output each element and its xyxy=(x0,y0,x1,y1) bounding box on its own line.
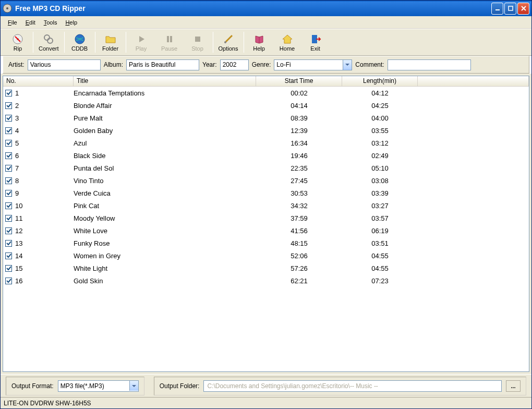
track-length: 04:55 xyxy=(342,264,418,272)
rip-button[interactable]: Rip xyxy=(4,30,32,54)
titlebar[interactable]: Free MP3 CD Ripper xyxy=(1,1,531,16)
album-input[interactable] xyxy=(126,59,199,70)
options-button[interactable]: Options xyxy=(214,30,243,54)
track-row[interactable]: 2Blonde Affair04:1404:25 xyxy=(3,99,529,112)
track-row[interactable]: 4Golden Baby12:3903:55 xyxy=(3,124,529,137)
comment-label: Comment: xyxy=(355,61,384,68)
track-length: 03:12 xyxy=(342,139,418,147)
track-checkbox[interactable] xyxy=(5,127,12,134)
track-title: Punta del Sol xyxy=(74,164,256,172)
track-checkbox[interactable] xyxy=(5,102,12,109)
chevron-down-icon xyxy=(343,60,352,70)
menu-file[interactable]: File xyxy=(4,18,21,27)
menu-help[interactable]: Help xyxy=(61,18,81,27)
play-button[interactable]: Play xyxy=(127,30,155,54)
track-checkbox[interactable] xyxy=(5,252,12,259)
stop-button[interactable]: Stop xyxy=(184,30,212,54)
track-title: Golden Baby xyxy=(74,127,256,135)
separator xyxy=(244,32,244,53)
track-row[interactable]: 13Funky Rose48:1503:51 xyxy=(3,237,529,249)
minimize-button[interactable] xyxy=(491,3,503,15)
track-title: Azul xyxy=(74,139,256,147)
track-title: Moody Yellow xyxy=(74,214,256,222)
track-checkbox[interactable] xyxy=(5,177,12,184)
exit-button[interactable]: Exit xyxy=(301,30,330,54)
track-row[interactable]: 16Gold Skin62:2107:23 xyxy=(3,274,529,287)
track-checkbox[interactable] xyxy=(5,215,12,222)
track-checkbox[interactable] xyxy=(5,190,12,197)
album-label: Album: xyxy=(104,61,123,68)
comment-input[interactable] xyxy=(388,59,471,70)
track-length: 03:39 xyxy=(342,189,418,197)
track-row[interactable]: 3Pure Malt08:3904:00 xyxy=(3,112,529,124)
genre-select[interactable]: Lo-Fi xyxy=(274,59,352,70)
toolbar: Rip Convert CDDB Folder Play Pause Stop … xyxy=(1,29,531,56)
track-rows[interactable]: 1Encarnada Temptations00:0204:122Blonde … xyxy=(3,87,529,371)
column-title[interactable]: Title xyxy=(74,76,256,86)
artist-input[interactable] xyxy=(28,59,101,70)
track-row[interactable]: 12White Love41:5606:19 xyxy=(3,224,529,237)
track-title: White Love xyxy=(74,227,256,235)
track-number: 2 xyxy=(15,102,19,110)
svg-point-7 xyxy=(47,38,53,43)
track-row[interactable]: 8Vino Tinto27:4503:08 xyxy=(3,174,529,187)
track-row[interactable]: 15White Light57:2604:55 xyxy=(3,262,529,274)
svg-rect-2 xyxy=(495,9,500,10)
track-number: 10 xyxy=(15,202,22,210)
track-length: 03:55 xyxy=(342,127,418,135)
track-row[interactable]: 11Moody Yellow37:5903:57 xyxy=(3,212,529,224)
track-checkbox[interactable] xyxy=(5,227,12,234)
track-row[interactable]: 14Women in Grey52:0604:55 xyxy=(3,249,529,262)
track-number: 13 xyxy=(15,239,22,247)
home-button[interactable]: Home xyxy=(273,30,301,54)
app-icon xyxy=(3,4,12,13)
track-row[interactable]: 10Pink Cat34:3203:27 xyxy=(3,199,529,212)
track-checkbox[interactable] xyxy=(5,90,12,97)
maximize-button[interactable] xyxy=(504,3,516,15)
track-checkbox[interactable] xyxy=(5,278,12,284)
status-text: LITE-ON DVDRW SHW-16H5S xyxy=(4,400,91,407)
track-row[interactable]: 7Punta del Sol22:3505:10 xyxy=(3,162,529,174)
track-checkbox[interactable] xyxy=(5,152,12,159)
cddb-button[interactable]: CDDB xyxy=(66,30,94,54)
close-button[interactable] xyxy=(517,3,529,15)
track-length: 03:57 xyxy=(342,214,418,222)
svg-point-1 xyxy=(6,7,8,9)
help-button[interactable]: Help xyxy=(245,30,273,54)
output-format-select[interactable]: MP3 file(*.MP3) xyxy=(58,380,139,392)
column-length[interactable]: Length(min) xyxy=(342,76,418,86)
year-input[interactable] xyxy=(220,59,249,70)
output-folder-input[interactable] xyxy=(203,380,502,392)
globe-icon xyxy=(74,33,86,45)
browse-button[interactable]: ... xyxy=(506,380,521,392)
book-icon xyxy=(253,33,265,45)
pause-button[interactable]: Pause xyxy=(155,30,184,54)
status-bar: LITE-ON DVDRW SHW-16H5S xyxy=(1,397,531,408)
track-checkbox[interactable] xyxy=(5,165,12,172)
track-checkbox[interactable] xyxy=(5,115,12,122)
track-row[interactable]: 1Encarnada Temptations00:0204:12 xyxy=(3,87,529,99)
home-icon xyxy=(282,33,293,45)
menu-edit[interactable]: Edit xyxy=(21,18,40,27)
track-start: 16:34 xyxy=(256,139,342,147)
column-start[interactable]: Start Time xyxy=(256,76,342,86)
track-checkbox[interactable] xyxy=(5,202,12,209)
track-title: Gold Skin xyxy=(74,277,256,285)
column-no[interactable]: No. xyxy=(3,76,74,86)
track-checkbox[interactable] xyxy=(5,265,12,272)
track-length: 06:19 xyxy=(342,227,418,235)
folder-button[interactable]: Folder xyxy=(96,30,125,54)
track-checkbox[interactable] xyxy=(5,240,12,247)
track-length: 03:27 xyxy=(342,202,418,210)
track-row[interactable]: 9Verde Cuica30:5303:39 xyxy=(3,187,529,199)
track-checkbox[interactable] xyxy=(5,140,12,147)
track-number: 16 xyxy=(15,277,22,285)
convert-button[interactable]: Convert xyxy=(34,30,63,54)
artist-label: Artist: xyxy=(8,61,25,68)
menu-tools[interactable]: Tools xyxy=(40,18,62,27)
track-row[interactable]: 5Azul16:3403:12 xyxy=(3,137,529,149)
column-blank[interactable] xyxy=(418,76,529,86)
track-length: 04:12 xyxy=(342,89,418,97)
track-row[interactable]: 6Black Side19:4602:49 xyxy=(3,149,529,162)
track-area: No. Title Start Time Length(min) 1Encarn… xyxy=(1,74,531,374)
